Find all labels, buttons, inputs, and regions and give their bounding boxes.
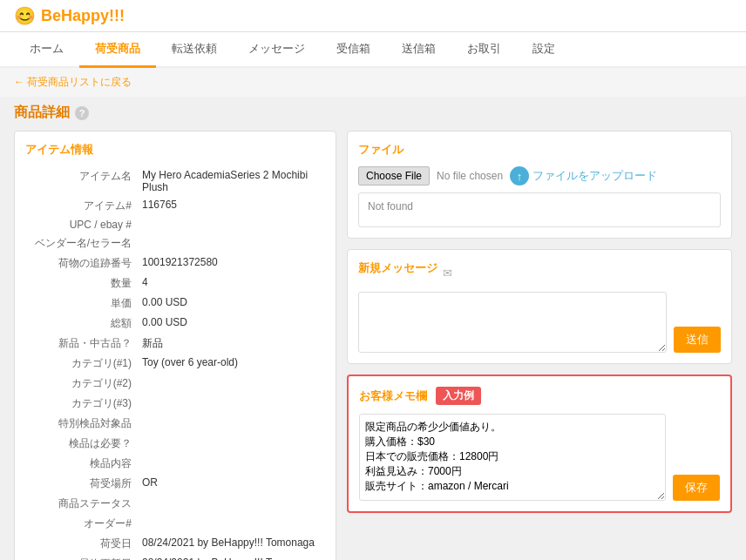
nav-item-received[interactable]: 荷受商品: [79, 32, 156, 68]
field-value: 08/24/2021 by BeHappy!!! Tomonaga: [139, 534, 325, 554]
field-label: ベンダー名/セラー名: [25, 233, 139, 253]
message-input[interactable]: [358, 292, 667, 353]
memo-section: お客様メモ欄 入力例 保存: [347, 374, 732, 513]
field-label: 総額: [25, 314, 139, 334]
input-example-badge: 入力例: [436, 387, 481, 405]
table-row: 商品ステータス: [25, 494, 325, 514]
field-value: OR: [139, 474, 325, 494]
table-row: オーダー#: [25, 514, 325, 534]
nav-item-outbox[interactable]: 送信箱: [386, 32, 451, 68]
logo-text: BeHappy!!!: [41, 7, 125, 25]
table-row: 最終更新日08/24/2021 by BeHappy!!! Tomonaga: [25, 554, 325, 560]
item-info-title: アイテム情報: [25, 142, 325, 158]
table-row: カテゴリ(#3): [25, 394, 325, 414]
field-value: [139, 374, 325, 394]
envelope-icon: ✉: [443, 267, 452, 280]
table-row: 検品内容: [25, 454, 325, 474]
item-info-table: アイテム名My Hero AcademiaSeries 2 Mochibi Pl…: [25, 166, 325, 560]
file-section-title: ファイル: [358, 142, 721, 158]
main-nav: ホーム 荷受商品 転送依頼 メッセージ 受信箱 送信箱 お取引 設定: [0, 32, 746, 68]
nav-item-transaction[interactable]: お取引: [451, 32, 517, 68]
nav-item-inbox[interactable]: 受信箱: [321, 32, 386, 68]
field-value: [139, 394, 325, 414]
field-value: [139, 494, 325, 514]
breadcrumb-link[interactable]: ← 荷受商品リストに戻る: [14, 76, 132, 88]
field-label: 検品内容: [25, 454, 139, 474]
field-value: 新品: [139, 334, 325, 354]
table-row: 総額0.00 USD: [25, 314, 325, 334]
file-upload-row: Choose File No file chosen ↑ ファイルをアップロード: [358, 166, 721, 186]
memo-row: 保存: [359, 414, 720, 501]
table-row: アイテム名My Hero AcademiaSeries 2 Mochibi Pl…: [25, 166, 325, 196]
field-label: 荷受日: [25, 534, 139, 554]
save-button[interactable]: 保存: [673, 475, 720, 501]
field-value: My Hero AcademiaSeries 2 Mochibi Plush: [139, 166, 325, 196]
message-row: 送信: [358, 292, 721, 353]
field-label: 数量: [25, 273, 139, 293]
table-row: カテゴリ(#1)Toy (over 6 year-old): [25, 354, 325, 374]
field-label: アイテム名: [25, 166, 139, 196]
field-label: 荷物の追跡番号: [25, 253, 139, 273]
table-row: 荷受日08/24/2021 by BeHappy!!! Tomonaga: [25, 534, 325, 554]
memo-section-title: お客様メモ欄: [359, 388, 427, 404]
message-title-row: 新規メッセージ ✉: [358, 260, 721, 285]
not-found-box: Not found: [358, 192, 721, 227]
logo-icon: 😊: [14, 5, 36, 26]
field-label: 荷受場所: [25, 474, 139, 494]
choose-file-button[interactable]: Choose File: [358, 166, 430, 186]
nav-item-home[interactable]: ホーム: [14, 32, 79, 68]
field-value: 4: [139, 273, 325, 293]
nav-item-settings[interactable]: 設定: [517, 32, 571, 68]
field-value: Toy (over 6 year-old): [139, 354, 325, 374]
table-row: カテゴリ(#2): [25, 374, 325, 394]
upload-button[interactable]: ↑ ファイルをアップロード: [510, 166, 657, 186]
field-value: [139, 233, 325, 253]
table-row: アイテム#116765: [25, 196, 325, 216]
field-value: [139, 414, 325, 434]
upload-icon: ↑: [510, 166, 529, 186]
field-label: 最終更新日: [25, 554, 139, 560]
field-value: [139, 216, 325, 233]
field-label: カテゴリ(#3): [25, 394, 139, 414]
message-section: 新規メッセージ ✉ 送信: [347, 249, 732, 364]
field-value: 1001921372580: [139, 253, 325, 273]
message-section-title: 新規メッセージ: [358, 260, 437, 276]
field-label: 単価: [25, 293, 139, 314]
logo: 😊 BeHappy!!!: [14, 5, 125, 26]
table-row: 荷物の追跡番号1001921372580: [25, 253, 325, 273]
page-title: 商品詳細: [14, 104, 70, 122]
field-value: [139, 434, 325, 454]
page-title-area: 商品詳細 ?: [0, 97, 746, 131]
field-label: 検品は必要？: [25, 434, 139, 454]
field-value: 0.00 USD: [139, 314, 325, 334]
table-row: 単価0.00 USD: [25, 293, 325, 314]
field-value: 0.00 USD: [139, 293, 325, 314]
field-label: 特別検品対象品: [25, 414, 139, 434]
memo-title-row: お客様メモ欄 入力例: [359, 387, 720, 405]
field-label: カテゴリ(#2): [25, 374, 139, 394]
field-label: UPC / ebay #: [25, 216, 139, 233]
field-label: オーダー#: [25, 514, 139, 534]
field-value: 116765: [139, 196, 325, 216]
header: 😊 BeHappy!!!: [0, 0, 746, 32]
field-value: 08/24/2021 by BeHappy!!! Tomonaga: [139, 554, 325, 560]
info-icon[interactable]: ?: [75, 106, 89, 120]
item-info-panel: アイテム情報 アイテム名My Hero AcademiaSeries 2 Moc…: [14, 131, 336, 560]
table-row: 荷受場所OR: [25, 474, 325, 494]
table-row: 検品は必要？: [25, 434, 325, 454]
memo-input[interactable]: [359, 414, 666, 501]
field-label: 商品ステータス: [25, 494, 139, 514]
no-file-label: No file chosen: [437, 170, 503, 182]
breadcrumb: ← 荷受商品リストに戻る: [0, 68, 746, 97]
nav-item-transfer[interactable]: 転送依頼: [156, 32, 233, 68]
table-row: ベンダー名/セラー名: [25, 233, 325, 253]
field-label: カテゴリ(#1): [25, 354, 139, 374]
table-row: 数量4: [25, 273, 325, 293]
right-panel: ファイル Choose File No file chosen ↑ ファイルをア…: [347, 131, 732, 560]
nav-item-message[interactable]: メッセージ: [233, 32, 321, 68]
send-button[interactable]: 送信: [674, 327, 721, 353]
field-value: [139, 454, 325, 474]
upload-label: ファイルをアップロード: [532, 168, 657, 184]
field-label: アイテム#: [25, 196, 139, 216]
table-row: 新品・中古品？新品: [25, 334, 325, 354]
